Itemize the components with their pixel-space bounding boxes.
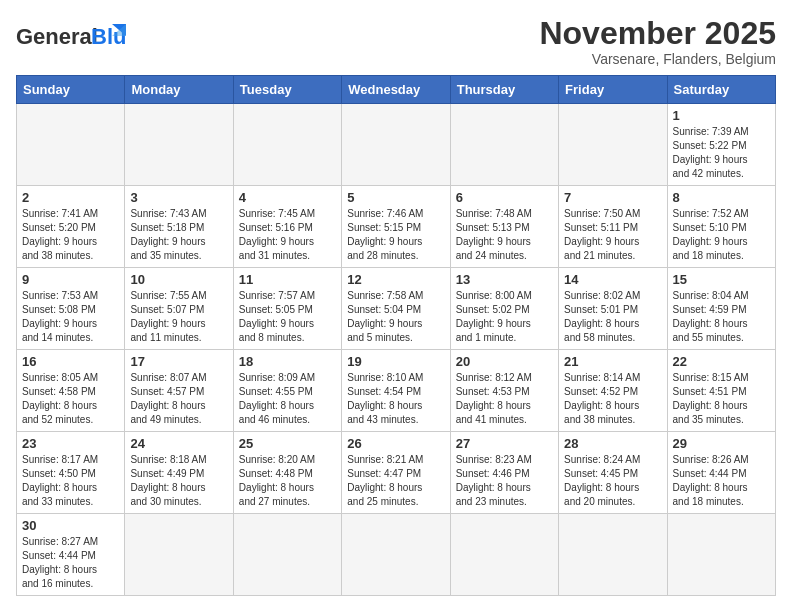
calendar-week-row: 23Sunrise: 8:17 AM Sunset: 4:50 PM Dayli… bbox=[17, 432, 776, 514]
day-info: Sunrise: 7:43 AM Sunset: 5:18 PM Dayligh… bbox=[130, 207, 227, 263]
calendar-day-cell bbox=[17, 104, 125, 186]
day-number: 17 bbox=[130, 354, 227, 369]
weekday-header: Sunday bbox=[17, 76, 125, 104]
day-info: Sunrise: 8:27 AM Sunset: 4:44 PM Dayligh… bbox=[22, 535, 119, 591]
day-info: Sunrise: 8:20 AM Sunset: 4:48 PM Dayligh… bbox=[239, 453, 336, 509]
calendar-day-cell: 1Sunrise: 7:39 AM Sunset: 5:22 PM Daylig… bbox=[667, 104, 775, 186]
calendar-week-row: 2Sunrise: 7:41 AM Sunset: 5:20 PM Daylig… bbox=[17, 186, 776, 268]
calendar-day-cell bbox=[450, 514, 558, 596]
day-number: 12 bbox=[347, 272, 444, 287]
calendar-day-cell: 2Sunrise: 7:41 AM Sunset: 5:20 PM Daylig… bbox=[17, 186, 125, 268]
day-info: Sunrise: 8:17 AM Sunset: 4:50 PM Dayligh… bbox=[22, 453, 119, 509]
day-info: Sunrise: 7:39 AM Sunset: 5:22 PM Dayligh… bbox=[673, 125, 770, 181]
calendar-day-cell: 15Sunrise: 8:04 AM Sunset: 4:59 PM Dayli… bbox=[667, 268, 775, 350]
day-info: Sunrise: 8:21 AM Sunset: 4:47 PM Dayligh… bbox=[347, 453, 444, 509]
calendar-table: SundayMondayTuesdayWednesdayThursdayFrid… bbox=[16, 75, 776, 596]
day-info: Sunrise: 8:14 AM Sunset: 4:52 PM Dayligh… bbox=[564, 371, 661, 427]
day-number: 2 bbox=[22, 190, 119, 205]
day-info: Sunrise: 8:18 AM Sunset: 4:49 PM Dayligh… bbox=[130, 453, 227, 509]
day-info: Sunrise: 8:26 AM Sunset: 4:44 PM Dayligh… bbox=[673, 453, 770, 509]
day-number: 19 bbox=[347, 354, 444, 369]
day-number: 25 bbox=[239, 436, 336, 451]
day-info: Sunrise: 7:55 AM Sunset: 5:07 PM Dayligh… bbox=[130, 289, 227, 345]
calendar-day-cell bbox=[342, 104, 450, 186]
day-number: 16 bbox=[22, 354, 119, 369]
day-info: Sunrise: 7:52 AM Sunset: 5:10 PM Dayligh… bbox=[673, 207, 770, 263]
calendar-day-cell: 11Sunrise: 7:57 AM Sunset: 5:05 PM Dayli… bbox=[233, 268, 341, 350]
calendar-day-cell: 16Sunrise: 8:05 AM Sunset: 4:58 PM Dayli… bbox=[17, 350, 125, 432]
day-number: 10 bbox=[130, 272, 227, 287]
month-title: November 2025 bbox=[539, 16, 776, 51]
calendar-day-cell: 17Sunrise: 8:07 AM Sunset: 4:57 PM Dayli… bbox=[125, 350, 233, 432]
calendar-day-cell: 21Sunrise: 8:14 AM Sunset: 4:52 PM Dayli… bbox=[559, 350, 667, 432]
calendar-day-cell: 4Sunrise: 7:45 AM Sunset: 5:16 PM Daylig… bbox=[233, 186, 341, 268]
day-number: 18 bbox=[239, 354, 336, 369]
day-number: 26 bbox=[347, 436, 444, 451]
day-info: Sunrise: 8:09 AM Sunset: 4:55 PM Dayligh… bbox=[239, 371, 336, 427]
calendar-week-row: 1Sunrise: 7:39 AM Sunset: 5:22 PM Daylig… bbox=[17, 104, 776, 186]
calendar-day-cell: 10Sunrise: 7:55 AM Sunset: 5:07 PM Dayli… bbox=[125, 268, 233, 350]
day-info: Sunrise: 8:24 AM Sunset: 4:45 PM Dayligh… bbox=[564, 453, 661, 509]
page-header: General Blue November 2025 Varsenare, Fl… bbox=[16, 16, 776, 67]
day-info: Sunrise: 8:07 AM Sunset: 4:57 PM Dayligh… bbox=[130, 371, 227, 427]
calendar-day-cell bbox=[342, 514, 450, 596]
calendar-day-cell bbox=[233, 104, 341, 186]
day-number: 11 bbox=[239, 272, 336, 287]
logo-text: General Blue bbox=[16, 16, 126, 64]
calendar-day-cell: 13Sunrise: 8:00 AM Sunset: 5:02 PM Dayli… bbox=[450, 268, 558, 350]
day-info: Sunrise: 7:53 AM Sunset: 5:08 PM Dayligh… bbox=[22, 289, 119, 345]
day-info: Sunrise: 7:50 AM Sunset: 5:11 PM Dayligh… bbox=[564, 207, 661, 263]
day-number: 14 bbox=[564, 272, 661, 287]
calendar-day-cell bbox=[559, 104, 667, 186]
day-info: Sunrise: 8:02 AM Sunset: 5:01 PM Dayligh… bbox=[564, 289, 661, 345]
calendar-week-row: 16Sunrise: 8:05 AM Sunset: 4:58 PM Dayli… bbox=[17, 350, 776, 432]
logo: General Blue bbox=[16, 16, 126, 64]
weekday-header: Wednesday bbox=[342, 76, 450, 104]
calendar-day-cell: 7Sunrise: 7:50 AM Sunset: 5:11 PM Daylig… bbox=[559, 186, 667, 268]
day-info: Sunrise: 8:15 AM Sunset: 4:51 PM Dayligh… bbox=[673, 371, 770, 427]
calendar-day-cell bbox=[233, 514, 341, 596]
calendar-week-row: 30Sunrise: 8:27 AM Sunset: 4:44 PM Dayli… bbox=[17, 514, 776, 596]
day-number: 20 bbox=[456, 354, 553, 369]
day-number: 28 bbox=[564, 436, 661, 451]
calendar-day-cell: 25Sunrise: 8:20 AM Sunset: 4:48 PM Dayli… bbox=[233, 432, 341, 514]
day-info: Sunrise: 8:04 AM Sunset: 4:59 PM Dayligh… bbox=[673, 289, 770, 345]
day-info: Sunrise: 7:58 AM Sunset: 5:04 PM Dayligh… bbox=[347, 289, 444, 345]
calendar-day-cell: 12Sunrise: 7:58 AM Sunset: 5:04 PM Dayli… bbox=[342, 268, 450, 350]
day-number: 4 bbox=[239, 190, 336, 205]
day-number: 27 bbox=[456, 436, 553, 451]
calendar-day-cell: 28Sunrise: 8:24 AM Sunset: 4:45 PM Dayli… bbox=[559, 432, 667, 514]
day-number: 13 bbox=[456, 272, 553, 287]
weekday-header: Thursday bbox=[450, 76, 558, 104]
calendar-day-cell: 14Sunrise: 8:02 AM Sunset: 5:01 PM Dayli… bbox=[559, 268, 667, 350]
calendar-day-cell: 20Sunrise: 8:12 AM Sunset: 4:53 PM Dayli… bbox=[450, 350, 558, 432]
day-number: 21 bbox=[564, 354, 661, 369]
day-info: Sunrise: 7:45 AM Sunset: 5:16 PM Dayligh… bbox=[239, 207, 336, 263]
calendar-day-cell: 6Sunrise: 7:48 AM Sunset: 5:13 PM Daylig… bbox=[450, 186, 558, 268]
calendar-day-cell: 18Sunrise: 8:09 AM Sunset: 4:55 PM Dayli… bbox=[233, 350, 341, 432]
calendar-day-cell bbox=[559, 514, 667, 596]
day-number: 24 bbox=[130, 436, 227, 451]
weekday-header: Friday bbox=[559, 76, 667, 104]
calendar-day-cell: 8Sunrise: 7:52 AM Sunset: 5:10 PM Daylig… bbox=[667, 186, 775, 268]
day-number: 6 bbox=[456, 190, 553, 205]
day-info: Sunrise: 8:05 AM Sunset: 4:58 PM Dayligh… bbox=[22, 371, 119, 427]
day-number: 29 bbox=[673, 436, 770, 451]
weekday-header: Tuesday bbox=[233, 76, 341, 104]
calendar-day-cell: 30Sunrise: 8:27 AM Sunset: 4:44 PM Dayli… bbox=[17, 514, 125, 596]
day-info: Sunrise: 8:12 AM Sunset: 4:53 PM Dayligh… bbox=[456, 371, 553, 427]
calendar-day-cell bbox=[125, 514, 233, 596]
day-number: 8 bbox=[673, 190, 770, 205]
calendar-day-cell: 26Sunrise: 8:21 AM Sunset: 4:47 PM Dayli… bbox=[342, 432, 450, 514]
svg-text:General: General bbox=[16, 24, 98, 49]
day-info: Sunrise: 7:57 AM Sunset: 5:05 PM Dayligh… bbox=[239, 289, 336, 345]
day-number: 3 bbox=[130, 190, 227, 205]
title-block: November 2025 Varsenare, Flanders, Belgi… bbox=[539, 16, 776, 67]
day-number: 1 bbox=[673, 108, 770, 123]
day-number: 9 bbox=[22, 272, 119, 287]
weekday-header: Saturday bbox=[667, 76, 775, 104]
day-info: Sunrise: 8:10 AM Sunset: 4:54 PM Dayligh… bbox=[347, 371, 444, 427]
calendar-day-cell: 29Sunrise: 8:26 AM Sunset: 4:44 PM Dayli… bbox=[667, 432, 775, 514]
day-number: 7 bbox=[564, 190, 661, 205]
calendar-week-row: 9Sunrise: 7:53 AM Sunset: 5:08 PM Daylig… bbox=[17, 268, 776, 350]
